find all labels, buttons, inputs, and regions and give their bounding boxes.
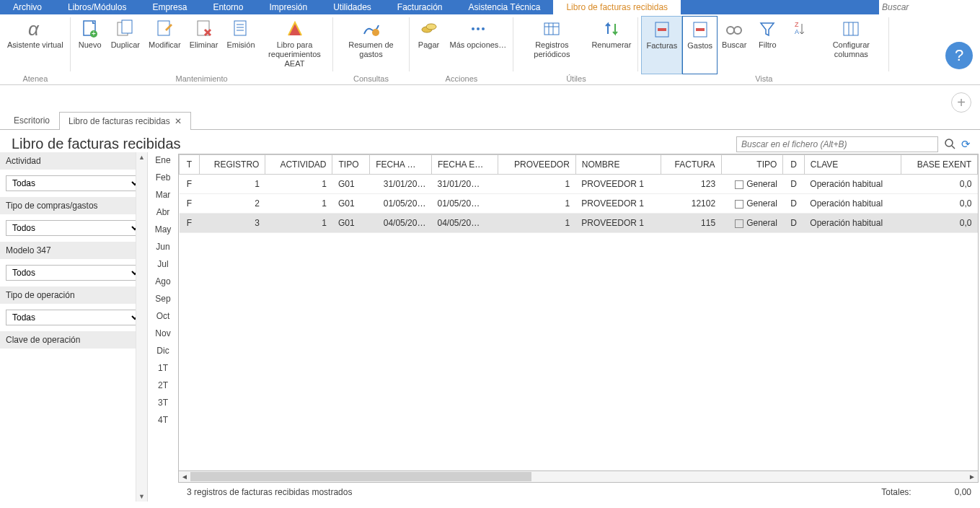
file-search-input[interactable] (736, 136, 938, 152)
col-header[interactable]: FACTURA (661, 155, 721, 175)
edit-icon (153, 19, 176, 39)
gastos-toggle[interactable]: Gastos (682, 16, 718, 74)
table-row[interactable]: F31G0104/05/20…04/05/20…1PROVEEDOR 1115G… (180, 214, 978, 233)
month-jul[interactable]: Jul (157, 259, 168, 269)
month-mar[interactable]: Mar (156, 190, 171, 200)
buscar-button[interactable]: Buscar (718, 16, 751, 74)
month-sep[interactable]: Sep (155, 294, 170, 304)
table-cell: F (180, 194, 200, 214)
svg-point-14 (426, 24, 436, 30)
tab-escritorio[interactable]: Escritorio (4, 111, 59, 129)
menu-libro-facturas[interactable]: Libro de facturas recibidas (553, 0, 681, 14)
libro-aeat-label: Libro para requerimientos AEAT (264, 40, 326, 69)
col-header[interactable]: BASE EXENT (901, 155, 977, 175)
month-1t[interactable]: 1T (158, 363, 168, 373)
table-cell: D (783, 214, 804, 233)
svg-rect-23 (658, 28, 666, 31)
col-header[interactable]: FECHA E… (431, 155, 498, 175)
nuevo-button[interactable]: + Nuevo (74, 16, 107, 74)
month-4t[interactable]: 4T (158, 415, 168, 425)
facturas-toggle[interactable]: Facturas (641, 16, 682, 74)
menu-facturacion[interactable]: Facturación (384, 0, 456, 14)
col-header[interactable]: TIPO (721, 155, 783, 175)
month-ene[interactable]: Ene (155, 155, 170, 165)
filter-actividad-header[interactable]: Actividad˄ (0, 152, 147, 170)
table-cell: F (180, 175, 200, 194)
col-header[interactable]: NOMBRE (575, 155, 661, 175)
month-feb[interactable]: Feb (156, 172, 171, 183)
table-cell: 1 (498, 194, 576, 214)
col-header[interactable]: ACTIVIDAD (265, 155, 332, 175)
month-3t[interactable]: 3T (158, 398, 168, 408)
col-header[interactable]: REGISTRO (199, 155, 265, 175)
filter-tipo-compras-select[interactable]: Todos (6, 220, 141, 236)
alpha-icon: α (24, 19, 47, 39)
pagar-button[interactable]: Pagar (412, 16, 446, 74)
menu-utilidades[interactable]: Utilidades (320, 0, 384, 14)
scroll-right-icon[interactable]: ► (966, 473, 978, 481)
search-icon[interactable] (944, 139, 955, 150)
month-2t[interactable]: 2T (158, 380, 168, 390)
svg-point-16 (477, 27, 480, 30)
table-row[interactable]: F21G0101/05/20…01/05/20…1PROVEEDOR 11210… (180, 194, 978, 214)
emision-button[interactable]: Emisión (222, 16, 259, 74)
menu-impresion[interactable]: Impresión (256, 0, 320, 14)
menu-empresa[interactable]: Empresa (139, 0, 200, 14)
col-header[interactable]: FECHA … (370, 155, 432, 175)
scroll-down-icon[interactable]: ▼ (137, 491, 146, 502)
new-doc-icon: + (79, 19, 102, 39)
scroll-left-icon[interactable]: ◄ (179, 473, 190, 481)
scroll-thumb[interactable] (190, 472, 531, 481)
month-jun[interactable]: Jun (156, 242, 169, 252)
menu-asistencia[interactable]: Asistencia Técnica (456, 0, 554, 14)
sort-button[interactable]: ZA (784, 16, 816, 74)
tab-libro-facturas[interactable]: Libro de facturas recibidas✕ (59, 112, 191, 130)
col-header[interactable]: PROVEEDOR (498, 155, 576, 175)
month-abr[interactable]: Abr (156, 207, 170, 217)
col-header[interactable]: TIPO (332, 155, 370, 175)
libro-aeat-button[interactable]: Libro para requerimientos AEAT (260, 16, 330, 74)
month-ago[interactable]: Ago (155, 276, 170, 286)
menu-archivo[interactable]: Archivo (0, 0, 55, 14)
filtro-button[interactable]: Filtro (751, 16, 784, 74)
table-row[interactable]: F11G0131/01/20…31/01/20…1PROVEEDOR 1123G… (180, 175, 978, 194)
configurar-columnas-button[interactable]: Configurar columnas (816, 16, 886, 74)
duplicar-button[interactable]: Duplicar (107, 16, 144, 74)
table-cell: 2 (199, 194, 265, 214)
table-cell: General (721, 194, 783, 214)
mas-opciones-button[interactable]: Más opciones… (446, 16, 511, 74)
horizontal-scrollbar[interactable]: ◄ ► (178, 471, 979, 483)
filter-modelo347-header[interactable]: Modelo 347˄ (0, 242, 147, 259)
resumen-gastos-button[interactable]: Resumen de gastos (336, 16, 407, 74)
refresh-icon[interactable]: ⟳ (960, 139, 971, 150)
data-grid[interactable]: TREGISTROACTIVIDADTIPOFECHA …FECHA E…PRO… (178, 154, 979, 471)
modificar-button[interactable]: Modificar (144, 16, 185, 74)
scroll-up-icon[interactable]: ▲ (137, 152, 146, 162)
filter-tipo-operacion-header[interactable]: Tipo de operación˄ (0, 286, 147, 304)
filter-tipo-compras-header[interactable]: Tipo de compras/gastos˄ (0, 197, 147, 214)
month-dic[interactable]: Dic (156, 346, 169, 356)
registros-periodicos-button[interactable]: Registros periódicos (516, 16, 587, 74)
eliminar-button[interactable]: Eliminar (185, 16, 223, 74)
filter-clave-operacion-header[interactable]: Clave de operación˄ (0, 331, 147, 349)
sidebar-scrollbar[interactable]: ▲▼ (136, 152, 147, 502)
add-tab-button[interactable]: + (951, 92, 971, 113)
renumber-icon (600, 19, 623, 39)
filter-tipo-operacion-select[interactable]: Todas (6, 310, 141, 325)
scroll-track[interactable] (190, 471, 966, 482)
close-icon[interactable]: ✕ (175, 116, 182, 126)
filter-actividad-select[interactable]: Todas (6, 175, 141, 191)
month-oct[interactable]: Oct (156, 311, 170, 321)
col-header[interactable]: T (180, 155, 200, 175)
menu-libros[interactable]: Libros/Módulos (55, 0, 139, 14)
month-may[interactable]: May (155, 224, 172, 235)
help-button[interactable]: ? (945, 42, 973, 69)
renumerar-button[interactable]: Renumerar (587, 16, 635, 74)
menu-entorno[interactable]: Entorno (200, 0, 256, 14)
filter-modelo347-select[interactable]: Todos (6, 265, 141, 281)
month-nov[interactable]: Nov (155, 328, 170, 338)
col-header[interactable]: CLAVE (804, 155, 901, 175)
col-header[interactable]: D (783, 155, 804, 175)
asistente-virtual-button[interactable]: α Asistente virtual (3, 16, 68, 74)
global-search-input[interactable] (879, 0, 980, 14)
